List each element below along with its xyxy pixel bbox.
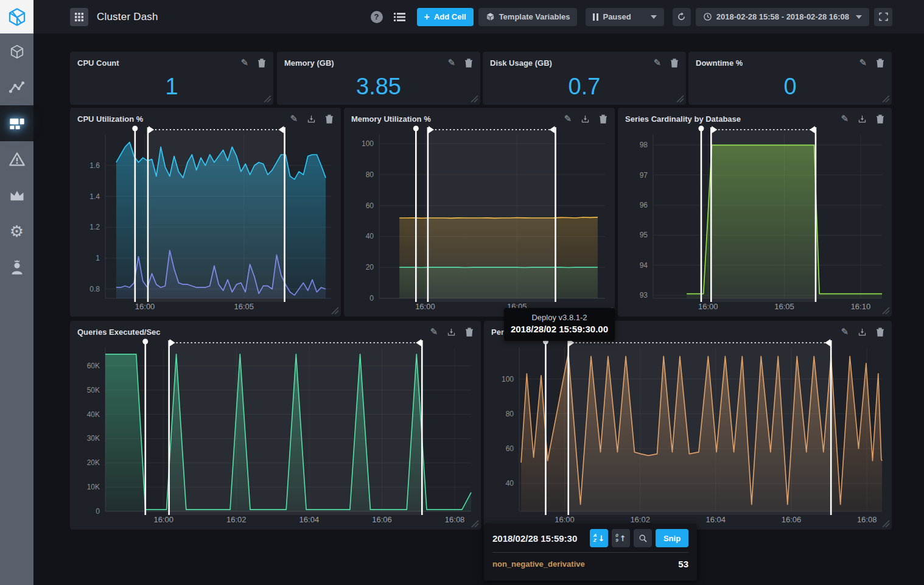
sidebar-item-admin[interactable] <box>0 177 33 213</box>
edit-cell-icon[interactable]: ✎ <box>290 114 298 124</box>
delete-cell-icon[interactable] <box>670 58 679 68</box>
pause-icon <box>593 13 598 21</box>
sort-alphabetical-button[interactable]: AZ ↓ <box>590 529 608 547</box>
alert-triangle-icon <box>9 151 26 168</box>
svg-text:80: 80 <box>366 170 374 179</box>
svg-text:16:10: 16:10 <box>851 302 871 311</box>
chart-per-derivative[interactable]: 40608010016:0016:0216:0416:0616:08 <box>488 338 888 527</box>
template-variables-label: Template Variables <box>499 12 570 21</box>
refresh-icon <box>676 12 687 22</box>
sidebar-item-hosts[interactable] <box>0 33 33 69</box>
chart-series-cardinality[interactable]: 93949596979816:0016:0516:10 <box>621 125 888 314</box>
chevron-down-icon <box>856 15 862 19</box>
svg-text:80: 80 <box>506 410 514 418</box>
edit-cell-icon[interactable]: ✎ <box>841 328 849 337</box>
time-range-dropdown[interactable]: 2018-02-28 15:58 - 2018-02-28 16:08 <box>696 8 869 26</box>
magnifier-icon <box>639 534 648 543</box>
panel-downtime: Downtime % ✎ 0 <box>688 52 892 105</box>
sort-0-9-icon: 09 <box>615 533 618 543</box>
sort-a-z-icon: AZ <box>593 533 597 543</box>
svg-text:60: 60 <box>506 444 514 453</box>
template-variables-button[interactable]: Template Variables <box>478 8 578 26</box>
edit-cell-icon[interactable]: ✎ <box>859 58 867 68</box>
edit-cell-icon[interactable]: ✎ <box>841 114 849 124</box>
resize-handle[interactable] <box>880 305 890 315</box>
resize-handle[interactable] <box>262 93 271 103</box>
legend-series-value: 53 <box>678 559 688 569</box>
delete-cell-icon[interactable] <box>257 58 266 68</box>
hover-legend: 2018/02/28 15:59:30 AZ ↓ 09 ↑ Snip non_n… <box>484 524 697 581</box>
delete-cell-icon[interactable] <box>599 114 607 124</box>
resize-handle[interactable] <box>880 93 890 103</box>
add-cell-button[interactable]: + Add Cell <box>417 8 474 26</box>
svg-text:50K: 50K <box>87 386 100 394</box>
download-csv-icon[interactable] <box>447 328 456 337</box>
refresh-button[interactable] <box>673 8 691 26</box>
sidebar-item-dashboards[interactable] <box>0 105 33 141</box>
delete-cell-icon[interactable] <box>876 328 884 337</box>
edit-cell-icon[interactable]: ✎ <box>653 58 661 68</box>
presentation-mode-button[interactable] <box>874 8 892 26</box>
delete-cell-icon[interactable] <box>465 328 474 337</box>
svg-text:100: 100 <box>502 375 514 384</box>
download-csv-icon[interactable] <box>307 114 316 124</box>
delete-cell-icon[interactable] <box>876 58 884 68</box>
add-cell-label: Add Cell <box>434 12 466 21</box>
resize-handle[interactable] <box>880 518 890 528</box>
paused-label: Paused <box>603 12 631 21</box>
panel-cpu-utilization: CPU Utilization % ✎ 0.811.21.41.616:0016… <box>70 108 341 317</box>
dashboards-grid-button[interactable] <box>70 8 88 26</box>
edit-cell-icon[interactable]: ✎ <box>240 58 248 68</box>
annotation-tooltip: Deploy v3.8.1-2 2018/28/02 15:59:30.00 <box>504 308 615 341</box>
resize-handle[interactable] <box>469 93 478 103</box>
list-options-button[interactable] <box>394 12 406 23</box>
delete-cell-icon[interactable] <box>876 114 884 124</box>
sidebar-item-users[interactable] <box>0 249 33 285</box>
download-csv-icon[interactable] <box>581 114 590 124</box>
edit-cell-icon[interactable]: ✎ <box>447 58 455 68</box>
edit-cell-icon[interactable]: ✎ <box>430 328 438 337</box>
time-range-label: 2018-02-28 15:58 - 2018-02-28 16:08 <box>716 12 849 21</box>
svg-text:40K: 40K <box>87 410 100 419</box>
legend-series-name: non_negative_derivative <box>492 559 585 569</box>
autorefresh-dropdown[interactable]: Paused <box>586 8 663 26</box>
svg-text:16:04: 16:04 <box>706 515 726 524</box>
svg-text:16:08: 16:08 <box>445 515 465 524</box>
panel-title: Downtime % <box>696 54 743 68</box>
sidebar-item-configuration[interactable]: ⚙ <box>0 213 33 249</box>
help-button[interactable]: ? <box>371 11 383 23</box>
annotation-timestamp: 2018/28/02 15:59:30.00 <box>504 324 615 334</box>
sidebar-item-data-explorer[interactable] <box>0 69 33 105</box>
svg-text:1: 1 <box>96 254 100 262</box>
svg-text:16:02: 16:02 <box>630 515 650 524</box>
download-csv-icon[interactable] <box>858 328 867 337</box>
arrow-up-icon: ↑ <box>620 534 626 543</box>
svg-text:40: 40 <box>366 232 374 240</box>
chart-queries-executed[interactable]: 010K20K30K40K50K60K16:0016:0216:0416:061… <box>74 338 477 527</box>
annotation-name: Deploy v3.8.1-2 <box>504 313 615 322</box>
resize-handle[interactable] <box>674 93 684 103</box>
delete-cell-icon[interactable] <box>325 114 334 124</box>
chart-memory-utilization[interactable]: 02040608010016:0016:05 <box>348 125 611 314</box>
filter-search-button[interactable] <box>634 529 652 547</box>
legend-series-row[interactable]: non_negative_derivative 53 <box>484 553 697 575</box>
app-logo[interactable] <box>0 0 33 33</box>
delete-cell-icon[interactable] <box>464 58 473 68</box>
stat-value: 1 <box>70 72 273 101</box>
snip-button[interactable]: Snip <box>656 529 688 547</box>
sidebar-item-alerts[interactable] <box>0 141 33 177</box>
edit-cell-icon[interactable]: ✎ <box>564 114 572 124</box>
panel-disk-usage: Disk Usage (GB) ✎ 0.7 <box>483 52 686 105</box>
sort-numeric-button[interactable]: 09 ↑ <box>612 529 630 547</box>
graph-line-icon <box>9 79 25 96</box>
svg-text:30K: 30K <box>87 434 100 443</box>
panel-title: Disk Usage (GB) <box>490 54 552 68</box>
panel-title: Series Cardinality by Database <box>625 110 741 124</box>
svg-text:95: 95 <box>640 231 648 239</box>
download-csv-icon[interactable] <box>858 114 867 124</box>
sidebar: ⚙ <box>0 0 33 585</box>
svg-text:16:06: 16:06 <box>782 515 802 524</box>
chart-cpu-utilization[interactable]: 0.811.21.41.616:0016:05 <box>74 125 337 314</box>
resize-handle[interactable] <box>469 518 479 528</box>
resize-handle[interactable] <box>329 305 339 315</box>
